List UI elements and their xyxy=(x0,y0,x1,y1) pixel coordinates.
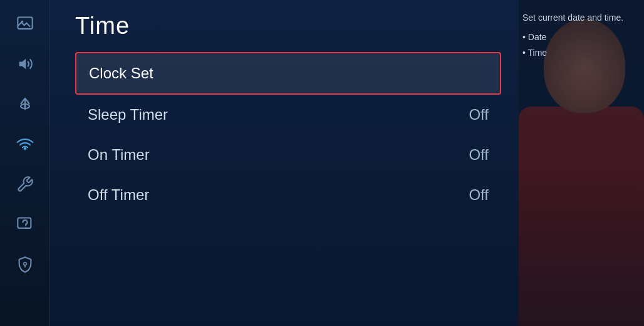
network-icon[interactable] xyxy=(14,133,36,155)
menu-item-off-timer[interactable]: Off Timer Off xyxy=(75,175,501,215)
broadcast-icon[interactable] xyxy=(14,93,36,115)
info-bullet-date: Date xyxy=(522,29,634,45)
sidebar xyxy=(0,0,50,326)
menu-item-clock-set[interactable]: Clock Set xyxy=(75,52,501,95)
off-timer-value: Off xyxy=(469,186,489,204)
svg-point-1 xyxy=(21,21,23,23)
main-content: Time Clock Set Sleep Timer Off On Timer … xyxy=(50,0,644,326)
security-icon[interactable] xyxy=(14,253,36,276)
svg-marker-2 xyxy=(19,59,26,69)
sleep-timer-value: Off xyxy=(469,106,489,124)
sleep-timer-label: Sleep Timer xyxy=(88,106,168,124)
on-timer-value: Off xyxy=(469,146,489,164)
on-timer-label: On Timer xyxy=(88,146,150,164)
info-panel: Set current date and time. Date Time xyxy=(512,0,644,326)
svg-point-7 xyxy=(24,105,26,108)
off-timer-label: Off Timer xyxy=(88,186,149,204)
svg-point-9 xyxy=(25,227,26,228)
info-bullet-list: Date Time xyxy=(522,29,634,61)
picture-icon[interactable] xyxy=(14,13,36,35)
info-bullet-time: Time xyxy=(522,45,634,61)
clock-set-label: Clock Set xyxy=(89,65,153,82)
tools-icon[interactable] xyxy=(14,173,36,196)
sound-icon[interactable] xyxy=(14,53,36,75)
menu-list: Clock Set Sleep Timer Off On Timer Off O… xyxy=(75,52,501,215)
menu-item-on-timer[interactable]: On Timer Off xyxy=(75,135,501,175)
svg-rect-8 xyxy=(18,218,31,228)
support-icon[interactable] xyxy=(14,213,36,236)
info-description: Set current date and time. xyxy=(522,11,634,24)
menu-item-sleep-timer[interactable]: Sleep Timer Off xyxy=(75,95,501,135)
